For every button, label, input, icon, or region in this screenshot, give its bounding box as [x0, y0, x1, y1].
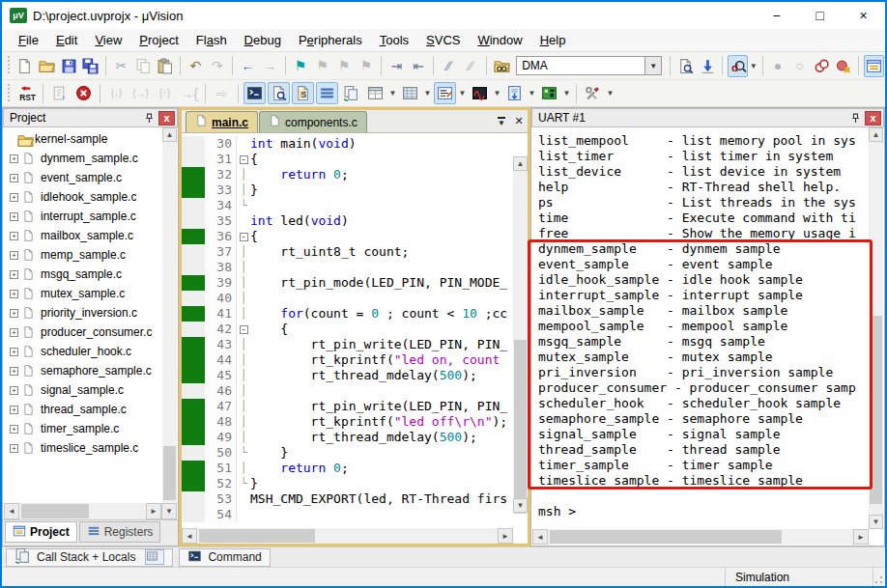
- tree-item-signal_sample-c[interactable]: +signal_sample.c: [4, 380, 162, 400]
- expander-icon[interactable]: +: [10, 425, 18, 434]
- scroll-thumb[interactable]: [163, 446, 176, 500]
- code-area[interactable]: 30int main(void)31-{32│ return 0;33│}34└…: [182, 133, 528, 528]
- expander-icon[interactable]: +: [10, 270, 18, 279]
- tree-item-memp_sample-c[interactable]: +memp_sample.c: [4, 245, 162, 265]
- toolbar-grip[interactable]: [7, 84, 12, 103]
- tree-item-mutex_sample-c[interactable]: +mutex_sample.c: [4, 284, 162, 303]
- paste-button[interactable]: [155, 55, 175, 77]
- start-stop-debug-dropdown-icon[interactable]: ▼: [749, 55, 758, 77]
- menu-window[interactable]: Window: [469, 30, 530, 50]
- toolbox-button[interactable]: [538, 82, 560, 104]
- new-file-button[interactable]: [14, 55, 35, 77]
- scroll-down-button[interactable]: ▼: [513, 498, 528, 513]
- insert-trace-button[interactable]: [48, 82, 71, 104]
- code-text[interactable]: {: [250, 152, 513, 167]
- menu-tools[interactable]: Tools: [371, 30, 417, 50]
- configure-tools-dropdown-icon[interactable]: ▼: [605, 82, 615, 104]
- code-text[interactable]: for(count = 0 ; count < 10 ;cc: [250, 306, 513, 322]
- menu-svcs[interactable]: SVCS: [417, 30, 469, 50]
- navigate-back-button[interactable]: ←: [238, 55, 258, 77]
- minimize-button[interactable]: −: [755, 2, 798, 29]
- code-text[interactable]: [250, 507, 513, 522]
- code-text[interactable]: return 0;: [250, 167, 513, 182]
- step-over-button[interactable]: {→}: [129, 82, 152, 104]
- search-combobox-value[interactable]: DMA: [516, 56, 644, 75]
- undo-button[interactable]: ↶: [186, 55, 206, 77]
- scroll-up-button[interactable]: ▲: [869, 127, 883, 142]
- scroll-right-button[interactable]: ►: [853, 529, 869, 545]
- menu-project[interactable]: Project: [130, 30, 186, 50]
- close-panel-icon[interactable]: x: [865, 111, 881, 126]
- code-text[interactable]: rt_pin_mode(LED_PIN, PIN_MODE_: [250, 275, 513, 291]
- expander-icon[interactable]: +: [10, 154, 18, 163]
- code-text[interactable]: {: [250, 322, 513, 337]
- code-text[interactable]: int led(void): [250, 213, 513, 229]
- expander-icon[interactable]: +: [10, 328, 18, 337]
- code-text[interactable]: rt_kprintf("led on, count: [250, 352, 513, 368]
- expander-icon[interactable]: +: [10, 212, 18, 221]
- scroll-right-button[interactable]: ►: [146, 503, 161, 519]
- code-text[interactable]: rt_kprintf("led off\r\n");: [250, 414, 513, 430]
- tab-command[interactable]: Command: [179, 548, 270, 567]
- tree-item-mailbox_sample-c[interactable]: +mailbox_sample.c: [4, 226, 162, 245]
- code-text[interactable]: rt_pin_write(LED_PIN, PIN_: [250, 399, 513, 414]
- menu-edit[interactable]: Edit: [47, 30, 86, 50]
- start-stop-debug-button[interactable]: d: [728, 55, 748, 77]
- configure-tools-button[interactable]: [582, 82, 604, 104]
- tree-item-thread_sample-c[interactable]: +thread_sample.c: [4, 400, 162, 419]
- scroll-right-button[interactable]: ►: [498, 528, 513, 544]
- expander-icon[interactable]: +: [10, 386, 18, 395]
- tree-item-msgq_sample-c[interactable]: +msgq_sample.c: [4, 265, 162, 284]
- tree-item-timer_sample-c[interactable]: +timer_sample.c: [4, 419, 162, 438]
- tree-item-idlehook_sample-c[interactable]: +idlehook_sample.c: [4, 187, 162, 207]
- title-bar[interactable]: μV D:\project.uvprojx - μVision − □ ×: [2, 2, 885, 29]
- code-text[interactable]: }: [250, 445, 513, 461]
- code-text[interactable]: MSH_CMD_EXPORT(led, RT-Thread firs: [250, 491, 513, 507]
- open-file-button[interactable]: [37, 55, 57, 77]
- scroll-up-button[interactable]: ▲: [162, 127, 177, 142]
- scroll-left-button[interactable]: ◄: [182, 528, 197, 544]
- close-panel-icon[interactable]: x: [158, 111, 175, 126]
- call-stack-window-button[interactable]: [340, 82, 362, 104]
- logic-analyzer-button[interactable]: [469, 82, 491, 104]
- next-bookmark-button[interactable]: ⚑: [334, 55, 355, 77]
- tab-main-c[interactable]: main.c: [186, 111, 258, 132]
- code-text[interactable]: {: [250, 229, 513, 244]
- project-tree-scrollbar[interactable]: ▲: [162, 127, 177, 503]
- code-text[interactable]: [250, 383, 513, 399]
- stop-button[interactable]: [72, 82, 95, 104]
- load-application-button[interactable]: [698, 55, 718, 77]
- menu-flash[interactable]: Flash: [187, 30, 236, 50]
- expander-icon[interactable]: +: [10, 309, 18, 318]
- expander-icon[interactable]: +: [10, 444, 18, 453]
- insert-breakpoint-button[interactable]: ●: [768, 55, 788, 77]
- resize-grip[interactable]: [872, 573, 883, 584]
- uart-vscrollbar[interactable]: ▲ ▼: [869, 127, 883, 529]
- code-text[interactable]: [250, 198, 513, 213]
- enable-breakpoint-button[interactable]: ○: [789, 55, 810, 77]
- menu-debug[interactable]: Debug: [236, 30, 290, 50]
- expander-icon[interactable]: +: [10, 251, 18, 260]
- editor-hscrollbar[interactable]: ◄ ►: [182, 528, 513, 544]
- kill-all-breakpoints-button[interactable]: [834, 55, 854, 77]
- uncomment-button[interactable]: ∕∕: [461, 55, 481, 77]
- expander-icon[interactable]: +: [10, 290, 18, 298]
- uart-output[interactable]: list_mempool - list memory pool in sysli…: [532, 127, 869, 529]
- disassembly-window-button[interactable]: [268, 82, 290, 104]
- scroll-thumb[interactable]: [514, 340, 527, 514]
- maximize-button[interactable]: □: [798, 2, 842, 29]
- tab-registers[interactable]: Registers: [79, 521, 161, 543]
- pin-icon[interactable]: [141, 111, 157, 126]
- menu-peripherals[interactable]: Peripherals: [290, 30, 371, 50]
- serial-window-dropdown-icon[interactable]: ▼: [457, 82, 468, 104]
- code-text[interactable]: [250, 291, 513, 306]
- tree-item-scheduler_hook-c[interactable]: +scheduler_hook.c: [4, 342, 162, 361]
- scroll-up-button[interactable]: ▲: [513, 156, 528, 171]
- expander-icon[interactable]: +: [10, 193, 18, 202]
- system-viewer-dropdown-icon[interactable]: ▼: [527, 82, 537, 104]
- tree-item-timeslice_sample-c[interactable]: +timeslice_sample.c: [4, 438, 162, 458]
- scroll-thumb[interactable]: [870, 316, 882, 504]
- code-text[interactable]: rt_uint8_t count;: [250, 244, 513, 260]
- toolbar-grip[interactable]: [7, 56, 11, 75]
- fold-marker[interactable]: -: [236, 322, 250, 337]
